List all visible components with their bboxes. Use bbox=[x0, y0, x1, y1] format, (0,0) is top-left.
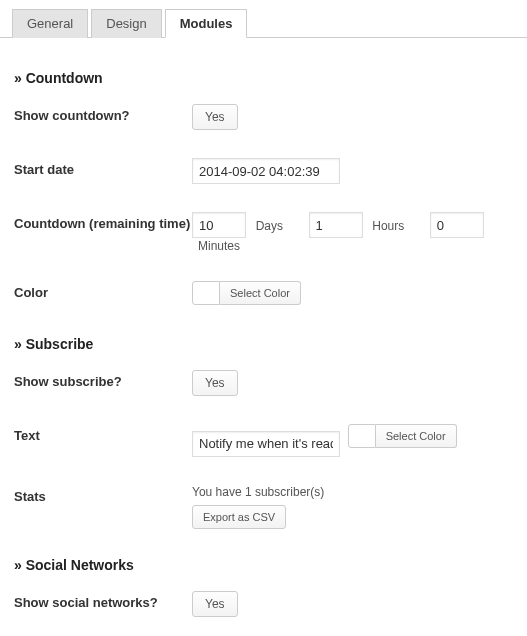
input-subscribe-text[interactable] bbox=[192, 431, 340, 457]
section-title-subscribe: » Subscribe bbox=[14, 336, 513, 352]
label-show-countdown: Show countdown? bbox=[14, 104, 192, 123]
stats-text: You have 1 subscriber(s) bbox=[192, 485, 513, 499]
input-start-date[interactable] bbox=[192, 158, 340, 184]
toggle-show-social[interactable]: Yes bbox=[192, 591, 238, 617]
tabs-bar: General Design Modules bbox=[0, 0, 527, 38]
section-title-countdown: » Countdown bbox=[14, 70, 513, 86]
label-minutes: Minutes bbox=[198, 239, 240, 253]
tab-modules[interactable]: Modules bbox=[165, 9, 248, 38]
label-start-date: Start date bbox=[14, 158, 192, 177]
label-show-subscribe: Show subscribe? bbox=[14, 370, 192, 389]
export-csv-button[interactable]: Export as CSV bbox=[192, 505, 286, 529]
section-title-social: » Social Networks bbox=[14, 557, 513, 573]
input-days[interactable] bbox=[192, 212, 246, 238]
label-countdown-color: Color bbox=[14, 281, 192, 300]
input-hours[interactable] bbox=[309, 212, 363, 238]
toggle-show-countdown[interactable]: Yes bbox=[192, 104, 238, 130]
tab-general[interactable]: General bbox=[12, 9, 88, 38]
select-color-countdown-button[interactable]: Select Color bbox=[220, 281, 301, 305]
color-swatch-subscribe[interactable] bbox=[348, 424, 376, 448]
select-color-subscribe-button[interactable]: Select Color bbox=[376, 424, 457, 448]
label-remaining-time: Countdown (remaining time) bbox=[14, 212, 192, 231]
content: » Countdown Show countdown? Yes Start da… bbox=[0, 38, 527, 636]
label-show-social: Show social networks? bbox=[14, 591, 192, 610]
label-subscribe-text: Text bbox=[14, 424, 192, 443]
label-hours: Hours bbox=[372, 219, 404, 233]
color-swatch-countdown[interactable] bbox=[192, 281, 220, 305]
label-stats: Stats bbox=[14, 485, 192, 504]
tab-design[interactable]: Design bbox=[91, 9, 161, 38]
label-days: Days bbox=[256, 219, 283, 233]
input-minutes[interactable] bbox=[430, 212, 484, 238]
toggle-show-subscribe[interactable]: Yes bbox=[192, 370, 238, 396]
